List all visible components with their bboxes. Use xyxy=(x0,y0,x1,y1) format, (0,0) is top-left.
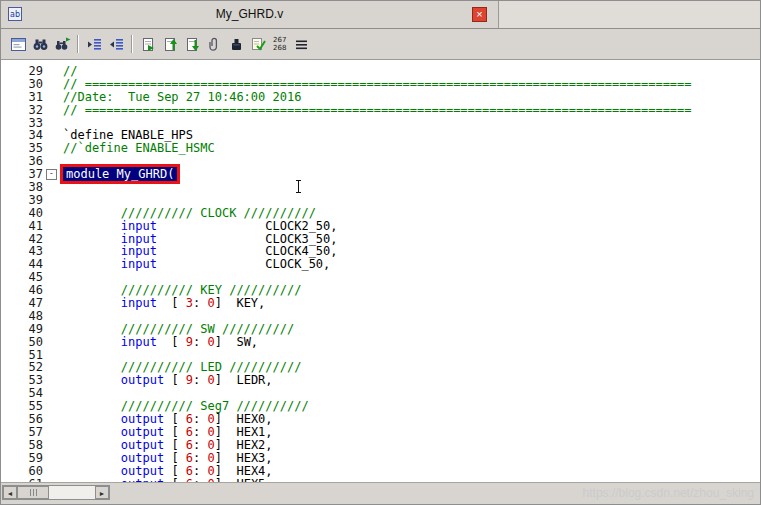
code-editor[interactable]: 29//30// ===============================… xyxy=(1,60,760,482)
code-segment: 9 xyxy=(186,373,193,387)
code-segment: [ xyxy=(164,425,186,439)
code-segment: ] SW, xyxy=(215,335,258,349)
line-count-top: 267 xyxy=(273,36,286,44)
horizontal-scrollbar[interactable]: ◄ ► xyxy=(2,485,110,500)
status-strip: ◄ ► https://blog.csdn.net/zhou_sking xyxy=(1,482,760,504)
code-segment: ////////// CLOCK ////////// xyxy=(63,206,316,220)
line-number: 56 xyxy=(1,413,63,426)
goto-location-icon[interactable] xyxy=(137,33,159,55)
line-number: 41 xyxy=(1,220,63,233)
code-segment: CLOCK2_50, xyxy=(157,219,338,233)
code-text: //`define ENABLE_HSMC xyxy=(63,142,215,155)
code-segment xyxy=(63,219,121,233)
code-segment: ] LEDR, xyxy=(215,373,273,387)
menu-icon[interactable] xyxy=(290,33,312,55)
code-segment: input xyxy=(121,219,157,233)
code-segment: : xyxy=(193,373,207,387)
code-text: module My_GHRD( xyxy=(63,168,180,181)
outdent-icon[interactable] xyxy=(105,33,127,55)
code-line[interactable]: 44 input CLOCK_50, xyxy=(1,258,760,271)
code-segment xyxy=(63,296,121,310)
code-text: input [ 3: 0] KEY, xyxy=(63,297,265,310)
code-segment: ] HEX2, xyxy=(215,438,273,452)
code-segment: output xyxy=(121,412,164,426)
code-segment: output xyxy=(121,373,164,387)
tab-bar: ab My_GHRD.v × xyxy=(1,1,760,29)
code-text: input CLOCK_50, xyxy=(63,258,330,271)
code-segment xyxy=(63,425,121,439)
line-number: 50 xyxy=(1,336,63,349)
code-segment: : xyxy=(193,425,207,439)
ink-bottle-icon[interactable] xyxy=(225,33,247,55)
code-segment: input xyxy=(121,257,157,271)
code-segment: [ xyxy=(164,451,186,465)
line-number: 39 xyxy=(1,194,63,207)
code-segment: 0 xyxy=(208,438,215,452)
code-segment: ] HEX4, xyxy=(215,464,273,478)
code-segment: output xyxy=(121,464,164,478)
line-number: 30 xyxy=(1,78,63,91)
line-number: 47 xyxy=(1,297,63,310)
code-segment xyxy=(63,412,121,426)
code-segment: 6 xyxy=(186,451,193,465)
code-segment: input xyxy=(121,296,157,310)
attach-icon[interactable] xyxy=(203,33,225,55)
code-segment: `define ENABLE_HPS xyxy=(63,128,193,142)
code-line[interactable]: 32// ===================================… xyxy=(1,104,760,117)
code-segment: : xyxy=(193,296,207,310)
code-segment: [ xyxy=(164,438,186,452)
code-segment: 6 xyxy=(186,464,193,478)
scroll-left-icon[interactable]: ◄ xyxy=(3,486,17,499)
scroll-right-icon[interactable]: ► xyxy=(95,486,109,499)
fold-marker-icon[interactable]: - xyxy=(46,169,57,180)
code-segment: 0 xyxy=(208,335,215,349)
line-number: 60 xyxy=(1,465,63,478)
code-line[interactable]: 35//`define ENABLE_HSMC xyxy=(1,142,760,155)
code-line[interactable]: 47 input [ 3: 0] KEY, xyxy=(1,297,760,310)
code-segment: output xyxy=(121,438,164,452)
find-icon[interactable] xyxy=(29,33,51,55)
code-segment: 0 xyxy=(208,451,215,465)
line-count-bottom: 268 xyxy=(273,44,286,52)
thumb-grip xyxy=(33,489,34,496)
code-text: // =====================================… xyxy=(63,104,692,117)
scrollbar-track[interactable] xyxy=(49,486,95,499)
next-bookmark-icon[interactable] xyxy=(181,33,203,55)
line-number: 32 xyxy=(1,104,63,117)
close-tab-icon[interactable]: × xyxy=(472,7,487,22)
indent-icon[interactable] xyxy=(83,33,105,55)
code-line[interactable]: 37-module My_GHRD( xyxy=(1,168,760,181)
editor-window-icon[interactable] xyxy=(7,33,29,55)
code-segment: 0 xyxy=(208,464,215,478)
code-segment: : xyxy=(193,464,207,478)
line-number: 59 xyxy=(1,452,63,465)
code-segment: ] KEY, xyxy=(215,296,266,310)
code-segment: input xyxy=(121,335,157,349)
code-segment: : xyxy=(193,438,207,452)
tab-my-ghrd[interactable]: ab My_GHRD.v × xyxy=(1,1,499,28)
code-segment: 6 xyxy=(186,425,193,439)
code-segment: 6 xyxy=(186,412,193,426)
line-number: 58 xyxy=(1,439,63,452)
code-text: input [ 9: 0] SW, xyxy=(63,336,258,349)
code-segment: //Date: Tue Sep 27 10:46:00 2016 xyxy=(63,90,301,104)
code-segment xyxy=(63,451,121,465)
line-number: 49 xyxy=(1,323,63,336)
code-segment: 3 xyxy=(186,296,193,310)
code-segment: CLOCK3_50, xyxy=(157,232,338,246)
code-segment xyxy=(63,257,121,271)
code-text: output [ 9: 0] LEDR, xyxy=(63,374,273,387)
tab-title: My_GHRD.v xyxy=(1,1,498,28)
syntax-check-icon[interactable] xyxy=(247,33,269,55)
prev-bookmark-icon[interactable] xyxy=(159,33,181,55)
scrollbar-thumb[interactable] xyxy=(17,486,49,499)
code-line[interactable]: 50 input [ 9: 0] SW, xyxy=(1,336,760,349)
code-segment: input xyxy=(121,232,157,246)
code-segment xyxy=(63,373,121,387)
code-segment: CLOCK_50, xyxy=(157,257,330,271)
line-number: 38 xyxy=(1,181,63,194)
code-segment: 0 xyxy=(208,425,215,439)
code-segment xyxy=(63,438,121,452)
find-next-icon[interactable] xyxy=(51,33,73,55)
code-line[interactable]: 53 output [ 9: 0] LEDR, xyxy=(1,374,760,387)
